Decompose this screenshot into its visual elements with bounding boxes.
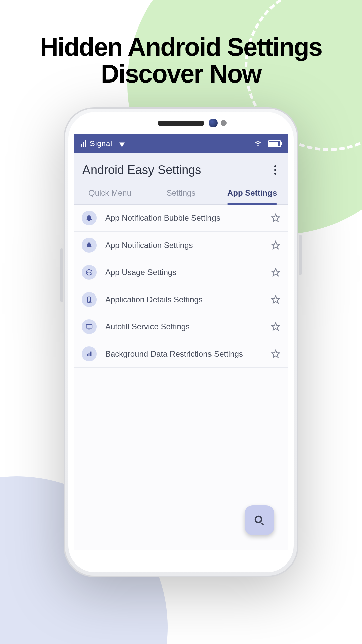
svg-marker-6 [272, 268, 279, 276]
headline-line-2: Discover Now [0, 60, 362, 87]
list-item[interactable]: Background Data Restrictions Settings [74, 340, 288, 368]
promo-headline: Hidden Android Settings Discover Now [0, 34, 362, 87]
list-item[interactable]: App Notification Settings [74, 232, 288, 259]
phone-side-button-left [60, 248, 63, 302]
search-fab[interactable] [245, 505, 274, 535]
list-item-label: App Notification Bubble Settings [105, 213, 262, 223]
phone-screen: Signal Android Easy Settings [74, 134, 288, 550]
favorite-star-icon[interactable] [271, 268, 280, 277]
svg-point-4 [89, 272, 90, 273]
svg-rect-11 [86, 325, 92, 328]
headline-line-1: Hidden Android Settings [0, 34, 362, 60]
svg-rect-16 [89, 353, 90, 356]
carrier-label: Signal [90, 139, 112, 148]
signal-bars-icon [81, 140, 86, 147]
svg-point-5 [90, 272, 91, 273]
list-item[interactable]: App Usage Settings [74, 259, 288, 286]
svg-rect-15 [87, 354, 88, 356]
monitor-icon [82, 319, 97, 334]
favorite-star-icon[interactable] [271, 240, 280, 250]
search-icon [254, 515, 265, 526]
phone-side-button-right [299, 235, 302, 275]
svg-marker-1 [272, 241, 279, 249]
status-bar: Signal [74, 134, 288, 153]
phone-camera-2 [221, 120, 227, 126]
tab-quick-menu[interactable]: Quick Menu [74, 181, 145, 204]
svg-marker-10 [272, 296, 279, 303]
favorite-star-icon[interactable] [271, 349, 280, 359]
settings-list[interactable]: App Notification Bubble Settings App Not… [74, 205, 288, 550]
app-header: Android Easy Settings [74, 153, 288, 181]
phone-camera-1 [209, 119, 218, 127]
bell-icon [82, 238, 97, 253]
svg-rect-17 [90, 352, 92, 356]
app-title: Android Easy Settings [82, 163, 201, 177]
more-menu-button[interactable] [271, 162, 280, 178]
wifi-icon [253, 138, 263, 150]
bell-icon [82, 211, 97, 225]
list-item-label: Background Data Restrictions Settings [105, 349, 262, 359]
phone-search-icon [82, 292, 97, 307]
battery-icon [268, 140, 281, 147]
list-item[interactable]: App Notification Bubble Settings [74, 205, 288, 232]
svg-marker-14 [272, 323, 279, 330]
list-item-label: App Notification Settings [105, 240, 262, 250]
svg-marker-18 [272, 350, 279, 357]
phone-speaker [158, 121, 204, 126]
bar-chart-icon [82, 346, 97, 361]
tab-label: Settings [167, 188, 196, 197]
svg-marker-0 [272, 214, 279, 221]
cursor-icon [119, 140, 126, 147]
tab-label: Quick Menu [88, 188, 131, 197]
favorite-star-icon[interactable] [271, 295, 280, 304]
list-item-label: Autofill Service Settings [105, 322, 262, 331]
status-bar-right [253, 138, 281, 150]
favorite-star-icon[interactable] [271, 213, 280, 223]
tab-label: App Settings [227, 188, 277, 197]
list-item[interactable]: Application Details Settings [74, 286, 288, 313]
phone-mockup: Signal Android Easy Settings [64, 107, 298, 577]
tab-app-settings[interactable]: App Settings [217, 181, 288, 204]
list-item-label: Application Details Settings [105, 295, 262, 304]
tab-bar: Quick Menu Settings App Settings [74, 181, 288, 205]
list-item[interactable]: Autofill Service Settings [74, 313, 288, 340]
tab-settings[interactable]: Settings [145, 181, 217, 204]
svg-point-3 [87, 272, 88, 273]
dots-circle-icon [82, 265, 97, 280]
favorite-star-icon[interactable] [271, 322, 280, 331]
phone-body: Signal Android Easy Settings [64, 107, 298, 577]
status-bar-left: Signal [81, 139, 253, 148]
phone-inner: Signal Android Easy Settings [68, 112, 294, 572]
list-item-label: App Usage Settings [105, 268, 262, 277]
